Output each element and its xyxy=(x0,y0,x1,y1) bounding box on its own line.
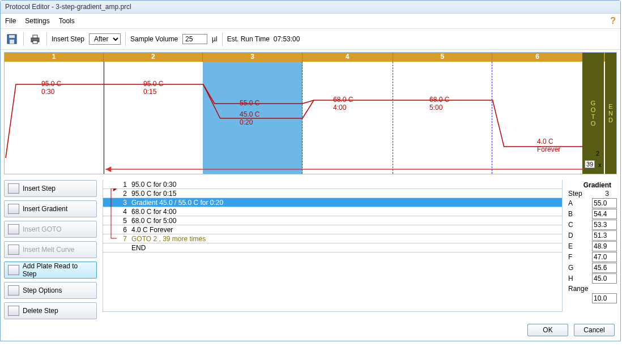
gradient-row-label: H xyxy=(568,275,573,282)
menubar: File Settings Tools ? xyxy=(1,14,620,29)
step-options-label: Step Options xyxy=(23,286,62,294)
gradient-row-input[interactable] xyxy=(592,273,617,284)
graph-header-6[interactable]: 6 xyxy=(492,53,583,62)
graph-header-1[interactable]: 1 xyxy=(5,53,104,62)
sample-volume-unit: µl xyxy=(212,35,218,43)
step-list-row[interactable]: 195.0 C for 0:30 xyxy=(103,180,562,189)
ann-s4-dur: 4:00 xyxy=(333,104,346,112)
gradient-range-label: Range xyxy=(568,285,588,293)
gradient-row: B xyxy=(568,209,617,219)
ann-s2-temp: 95.0 C xyxy=(143,80,163,88)
add-plate-read-label: Add Plate Read to Step xyxy=(23,262,93,278)
insert-melt-button: Insert Melt Curve xyxy=(4,241,97,258)
ann-s3-dur: 0:20 xyxy=(240,118,253,126)
step-list-row[interactable]: 64.0 C Forever xyxy=(103,225,562,234)
step-list-row[interactable]: 295.0 C for 0:15 xyxy=(103,189,562,198)
step-list-row[interactable]: 568.0 C for 5:00 xyxy=(103,216,562,225)
insert-gradient-label: Insert Gradient xyxy=(23,205,67,213)
insert-melt-label: Insert Melt Curve xyxy=(23,246,74,254)
gradient-row-input[interactable] xyxy=(592,263,617,273)
gradient-step-row: Step 3 xyxy=(568,190,617,198)
sample-volume-input[interactable] xyxy=(182,34,207,44)
gradient-row-label: D xyxy=(568,232,573,239)
step-list-text: 95.0 C for 0:30 xyxy=(129,180,562,189)
delete-step-button[interactable]: Delete Step xyxy=(4,302,97,319)
dialog-buttons: OK Cancel xyxy=(1,320,620,341)
add-plate-read-icon xyxy=(8,265,19,275)
menu-file[interactable]: File xyxy=(5,17,16,25)
gradient-row: G xyxy=(568,263,617,273)
step-list-text: Gradient 45.0 / 55.0 C for 0:20 xyxy=(129,198,562,207)
step-list-row[interactable]: 3Gradient 45.0 / 55.0 C for 0:20 xyxy=(103,198,562,207)
insert-step-button[interactable]: Insert Step xyxy=(4,180,97,197)
ann-s6-temp: 4.0 C xyxy=(537,138,553,145)
toolbar: Insert Step After Sample Volume µl Est. … xyxy=(1,29,620,50)
insert-step-label: Insert Step xyxy=(23,185,56,192)
gradient-row-input[interactable] xyxy=(592,198,617,208)
insert-step-label: Insert Step xyxy=(52,35,84,43)
step-list-row[interactable]: 7GOTO 2 , 39 more times xyxy=(103,234,562,243)
menu-tools[interactable]: Tools xyxy=(59,17,75,25)
window-title: Protocol Editor - 3-step-gradient_amp.pr… xyxy=(5,3,131,11)
ann-s4-temp: 68.0 C xyxy=(333,96,353,104)
step-list-number: 1 xyxy=(103,180,129,189)
print-icon[interactable] xyxy=(28,32,42,46)
insert-goto-label: Insert GOTO xyxy=(23,225,61,233)
action-button-column: Insert Step Insert Gradient Insert GOTO … xyxy=(4,180,97,319)
delete-step-label: Delete Step xyxy=(23,307,58,315)
gradient-row-input[interactable] xyxy=(592,220,617,230)
step-list-row[interactable]: 468.0 C for 4:00 xyxy=(103,207,562,216)
runtime-label: Est. Run Time 07:53:00 xyxy=(227,35,300,43)
cancel-button[interactable]: Cancel xyxy=(574,324,615,336)
step-list-row[interactable]: END xyxy=(103,243,562,252)
protocol-editor-window: Protocol Editor - 3-step-gradient_amp.pr… xyxy=(0,0,621,341)
graph-header-2[interactable]: 2 xyxy=(104,53,203,62)
graph-header-5[interactable]: 5 xyxy=(393,53,492,62)
toolbar-separator-4 xyxy=(222,32,223,46)
gradient-title: Gradient xyxy=(568,181,617,189)
sample-volume-label: Sample Volume xyxy=(130,35,178,43)
gradient-row-input[interactable] xyxy=(592,252,617,262)
svg-rect-4 xyxy=(33,35,37,38)
gradient-row-label: B xyxy=(568,210,573,218)
step-list-text: END xyxy=(129,243,562,252)
step-options-button[interactable]: Step Options xyxy=(4,282,97,299)
svg-rect-5 xyxy=(33,41,37,44)
step-list-text: 95.0 C for 0:15 xyxy=(129,189,562,198)
insert-step-icon xyxy=(8,183,19,194)
protocol-graph[interactable]: 1 2 3 4 5 6 7 G O T O E N D 2 39 x xyxy=(4,52,617,174)
help-icon[interactable]: ? xyxy=(610,16,616,26)
save-icon[interactable] xyxy=(5,32,19,46)
gradient-range-input[interactable] xyxy=(592,293,617,303)
step-options-icon xyxy=(8,285,19,296)
ann-s3-hi: 55.0 C xyxy=(240,99,259,107)
insert-step-mode-select[interactable]: After xyxy=(89,33,121,45)
gradient-row-input[interactable] xyxy=(592,209,617,219)
gradient-row-label: G xyxy=(568,264,573,272)
ok-button[interactable]: OK xyxy=(527,324,568,336)
temperature-trace xyxy=(5,62,616,174)
gradient-row: D xyxy=(568,230,617,241)
gradient-row: H xyxy=(568,273,617,284)
svg-rect-1 xyxy=(9,35,15,38)
step-list[interactable]: 195.0 C for 0:30295.0 C for 0:153Gradien… xyxy=(103,180,563,312)
menu-settings[interactable]: Settings xyxy=(25,17,49,25)
graph-header-4[interactable]: 4 xyxy=(303,53,393,62)
gradient-row: F xyxy=(568,252,617,262)
gradient-row-input[interactable] xyxy=(592,241,617,251)
insert-gradient-button[interactable]: Insert Gradient xyxy=(4,200,97,217)
step-list-text: 68.0 C for 4:00 xyxy=(129,207,562,216)
gradient-row-input[interactable] xyxy=(592,230,617,241)
toolbar-separator-1 xyxy=(23,32,24,46)
step-list-text: GOTO 2 , 39 more times xyxy=(129,234,562,243)
svg-marker-7 xyxy=(113,189,117,191)
insert-gradient-icon xyxy=(8,204,19,214)
toolbar-separator-3 xyxy=(125,32,126,46)
insert-goto-button: Insert GOTO xyxy=(4,221,97,238)
gradient-step-number: 3 xyxy=(605,190,609,198)
add-plate-read-button[interactable]: Add Plate Read to Step xyxy=(4,262,97,279)
graph-header-3[interactable]: 3 xyxy=(203,53,302,62)
gradient-row: E xyxy=(568,241,617,251)
insert-goto-icon xyxy=(8,224,19,234)
ann-s5-temp: 68.0 C xyxy=(429,96,449,104)
